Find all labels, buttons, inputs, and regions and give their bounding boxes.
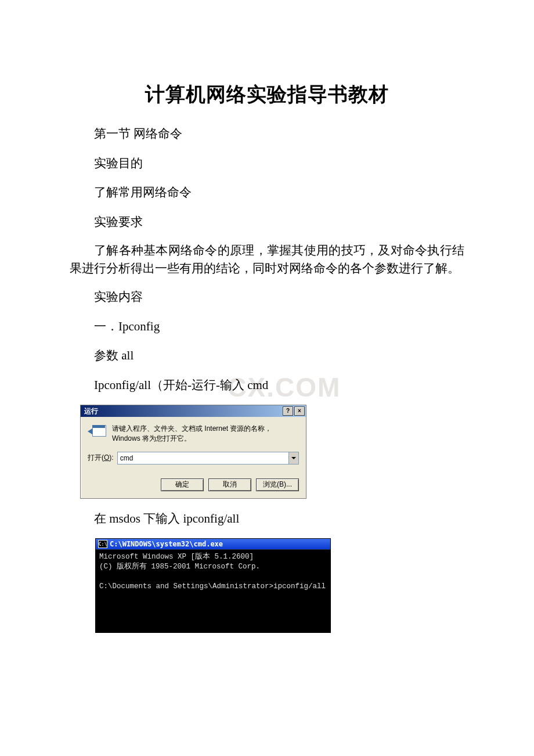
cmd-output: Microsoft Windows XP [版本 5.1.2600] (C) 版…: [96, 549, 330, 632]
content-heading: 实验内容: [70, 287, 464, 307]
purpose-body: 了解常用网络命令: [70, 183, 464, 202]
cmd-invocation-line: Ipconfig/all（开始-运行-输入 cmd: [70, 376, 464, 395]
help-button[interactable]: ?: [283, 406, 293, 416]
param-line: 参数 all: [70, 346, 464, 365]
cmd-titlebar: C:\ C:\WINDOWS\system32\cmd.exe: [96, 539, 330, 549]
requirement-body: 了解各种基本网络命令的原理，掌握其使用的技巧，及对命令执行结果进行分析得出一些有…: [70, 242, 464, 277]
cancel-button[interactable]: 取消: [208, 478, 251, 491]
item-ipconfig: 一．Ipconfig: [70, 317, 464, 336]
run-dialog-titlebar: 运行 ? ×: [81, 405, 306, 417]
close-button[interactable]: ×: [294, 406, 305, 416]
run-dialog-icon: [88, 424, 106, 438]
requirement-heading: 实验要求: [70, 213, 464, 232]
ok-button[interactable]: 确定: [161, 478, 204, 491]
cmd-title: C:\WINDOWS\system32\cmd.exe: [110, 540, 223, 548]
section-heading: 第一节 网络命令: [70, 124, 464, 143]
run-dialog-description: 请键入程序、文件夹、文档或 Internet 资源的名称，Windows 将为您…: [112, 424, 299, 444]
run-dialog-title: 运行: [84, 406, 98, 416]
run-dialog: 运行 ? × 请键入程序、文件夹、文档或 Internet 资源的名称，Wind…: [80, 405, 306, 499]
after-dialog-text: 在 msdos 下输入 ipconfig/all: [70, 509, 464, 528]
open-input[interactable]: [118, 452, 288, 464]
dropdown-button[interactable]: [288, 452, 298, 464]
cmd-icon: C:\: [98, 540, 107, 548]
open-combobox[interactable]: [117, 452, 299, 465]
open-label: 打开(O):: [88, 453, 114, 463]
purpose-heading: 实验目的: [70, 154, 464, 173]
browse-button[interactable]: 浏览(B)...: [256, 478, 299, 491]
cmd-window: C:\ C:\WINDOWS\system32\cmd.exe Microsof…: [95, 538, 331, 633]
doc-title: 计算机网络实验指导书教材: [70, 81, 464, 108]
